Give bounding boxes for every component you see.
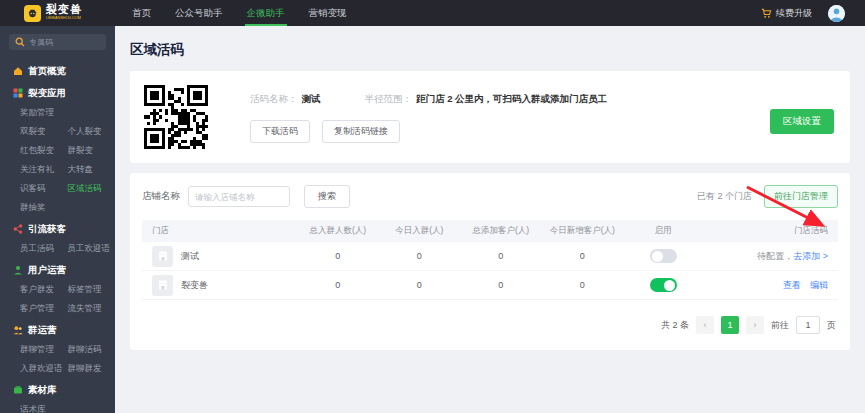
qr-radius-value: 距门店 2 公里内，可扫码入群或添加门店员工 (416, 93, 607, 106)
qr-info-card: 活码名称： 测试 半径范围： 距门店 2 公里内，可扫码入群或添加门店员工 下载… (130, 71, 850, 163)
users-icon (13, 265, 23, 277)
store-name-input[interactable] (188, 186, 290, 207)
column-header-启用: 启用 (623, 225, 703, 237)
store-name-cell: 裂变兽 (152, 275, 297, 296)
stat-value: 0 (379, 251, 461, 261)
search-icon (15, 37, 25, 47)
row-actions: 查看编辑 (703, 279, 828, 292)
sidebar-section-群运营[interactable]: 群运营 (13, 324, 115, 337)
sidebar-search-placeholder: 专属码 (29, 37, 53, 48)
home-icon (13, 66, 23, 78)
renew-upgrade-button[interactable]: 续费升级 (761, 7, 812, 20)
brand-logo-icon (24, 5, 41, 22)
stat-value: 0 (297, 280, 379, 290)
sidebar-section-label: 用户运营 (28, 264, 66, 277)
sidebar-item-群聊活码[interactable]: 群聊活码 (68, 344, 116, 356)
sidebar-section-首页概览[interactable]: 首页概览 (13, 65, 115, 78)
sidebar-item-员工活码[interactable]: 员工活码 (20, 243, 68, 255)
pagination-page-unit: 页 (827, 319, 836, 332)
copy-qr-link-button[interactable]: 复制活码链接 (322, 120, 400, 143)
enable-toggle[interactable] (650, 249, 677, 263)
sidebar-item-群聊管理[interactable]: 群聊管理 (20, 344, 68, 356)
sidebar-item-员工欢迎语[interactable]: 员工欢迎语 (68, 243, 116, 255)
edit-link[interactable]: 编辑 (810, 280, 828, 290)
stat-value: 0 (542, 280, 624, 290)
sidebar-section-用户运营[interactable]: 用户运营 (13, 264, 115, 277)
sidebar-item-话术库[interactable]: 话术库 (20, 404, 68, 413)
store-table: 门店总入群人数(人)今日入群(人)总添加客户(人)今日新增客户(人)启用门店活码… (142, 220, 838, 300)
table-row: 测试0000待配置，去添加 > (142, 242, 838, 271)
sidebar-section-裂变应用[interactable]: 裂变应用 (13, 87, 115, 100)
stat-value: 0 (542, 251, 624, 261)
sidebar-section-素材库[interactable]: 素材库 (13, 384, 115, 397)
nav-item-营销变现[interactable]: 营销变现 (309, 0, 347, 26)
stat-value: 0 (297, 251, 379, 261)
sidebar-section-label: 引流获客 (28, 223, 66, 236)
sidebar-item-区域活码[interactable]: 区域活码 (68, 183, 116, 195)
brand-subtitle: LIEBIANSHOU.COM (46, 16, 81, 20)
qr-name-label: 活码名称： (250, 93, 298, 106)
region-settings-button[interactable]: 区域设置 (770, 109, 834, 134)
sidebar-item-群抽奖[interactable]: 群抽奖 (20, 202, 68, 214)
sidebar-item-客户群发[interactable]: 客户群发 (20, 284, 68, 296)
sidebar-item-双裂变[interactable]: 双裂变 (20, 126, 68, 138)
pagination: 共 2 条 ‹ 1 › 前往 页 (144, 316, 836, 334)
pagination-goto-label: 前往 (771, 319, 789, 332)
toggle-knob (664, 280, 675, 291)
cart-icon (761, 8, 772, 19)
chevron-left-icon[interactable]: ‹ (696, 316, 714, 334)
user-avatar[interactable] (828, 5, 845, 22)
group-icon (13, 325, 23, 337)
enable-toggle[interactable] (650, 278, 677, 292)
sidebar-item-客户管理[interactable]: 客户管理 (20, 303, 68, 315)
column-header-门店活码: 门店活码 (703, 225, 828, 237)
sidebar-search-input[interactable]: 专属码 (9, 34, 106, 50)
download-qr-button[interactable]: 下载活码 (250, 120, 310, 143)
main-content: 区域活码 活码名称： 测试 半径范围： 距门店 2 公里内，可扫码入群或添加门店… (115, 26, 865, 413)
goto-store-management-button[interactable]: 前往门店管理 (764, 185, 838, 208)
pagination-current-page[interactable]: 1 (721, 316, 739, 334)
page-title: 区域活码 (130, 41, 850, 59)
brand-logo[interactable]: 裂变兽 LIEBIANSHOU.COM (24, 4, 102, 22)
sidebar-item-大转盘[interactable]: 大转盘 (68, 164, 116, 176)
sidebar-item-流失管理[interactable]: 流失管理 (68, 303, 116, 315)
column-header-今日新增客户(人): 今日新增客户(人) (542, 225, 624, 237)
column-header-总添加客户(人): 总添加客户(人) (460, 225, 542, 237)
column-header-门店: 门店 (152, 225, 297, 237)
brand-title: 裂变兽 (46, 4, 102, 15)
sidebar-section-label: 首页概览 (28, 65, 66, 78)
pagination-goto-input[interactable] (796, 316, 820, 334)
sidebar-item-群裂变[interactable]: 群裂变 (68, 145, 116, 157)
view-link[interactable]: 查看 (783, 280, 801, 290)
pending-status-text: 待配置， (757, 251, 793, 261)
upgrade-label: 续费升级 (776, 7, 812, 20)
store-name: 裂变兽 (181, 279, 208, 292)
sidebar-item-红包裂变[interactable]: 红包裂变 (20, 145, 68, 157)
sidebar-item-个人裂变[interactable]: 个人裂变 (68, 126, 116, 138)
sidebar-item-入群欢迎语[interactable]: 入群欢迎语 (20, 363, 68, 375)
nav-item-公众号助手[interactable]: 公众号助手 (175, 0, 223, 26)
search-button[interactable]: 搜索 (304, 185, 350, 208)
toggle-knob (652, 251, 663, 262)
sidebar-item-奖励管理[interactable]: 奖励管理 (20, 107, 68, 119)
sidebar-section-引流获客[interactable]: 引流获客 (13, 223, 115, 236)
sidebar-section-label: 群运营 (28, 324, 57, 337)
table-row: 裂变兽0000查看编辑 (142, 271, 838, 300)
column-header-总入群人数(人): 总入群人数(人) (297, 225, 379, 237)
sidebar-item-识客码[interactable]: 识客码 (20, 183, 68, 195)
go-add-link[interactable]: 去添加 > (793, 251, 828, 261)
traffic-icon (13, 224, 23, 236)
chevron-right-icon[interactable]: › (746, 316, 764, 334)
nav-item-企微助手[interactable]: 企微助手 (247, 0, 285, 26)
pagination-total: 共 2 条 (661, 319, 689, 332)
store-count-text: 已有 2 个门店 (697, 190, 752, 203)
sidebar-item-群聊群发[interactable]: 群聊群发 (68, 363, 116, 375)
sidebar-section-label: 素材库 (28, 384, 57, 397)
top-navigation-bar: 裂变兽 LIEBIANSHOU.COM 首页公众号助手企微助手营销变现 续费升级 (0, 0, 865, 26)
sidebar-item-关注有礼[interactable]: 关注有礼 (20, 164, 68, 176)
nav-item-首页[interactable]: 首页 (132, 0, 151, 26)
stat-value: 0 (460, 280, 542, 290)
store-icon (152, 275, 173, 296)
stat-value: 0 (460, 251, 542, 261)
sidebar-item-标签管理[interactable]: 标签管理 (68, 284, 116, 296)
